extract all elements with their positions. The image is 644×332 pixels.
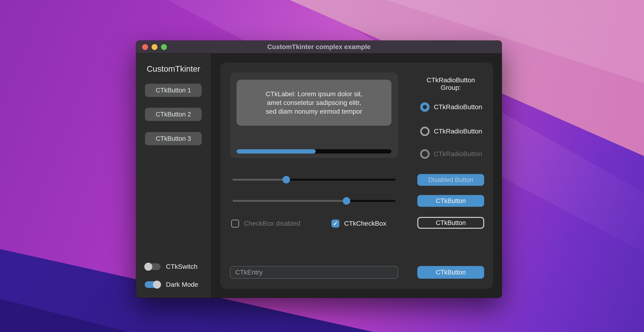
- inner-frame: CTkLabel: Lorem ipsum dolor sit, amet co…: [230, 72, 398, 158]
- checkbox[interactable]: ✓: [332, 220, 340, 228]
- checkbox-label: CTkCheckBox: [344, 220, 386, 227]
- entry-input[interactable]: [230, 266, 398, 279]
- sidebar-button-1[interactable]: CTkButton 1: [145, 84, 202, 97]
- ctk-button-outline[interactable]: CTkButton: [417, 217, 484, 229]
- titlebar: CustomTkinter complex example: [136, 41, 502, 54]
- checkbox-row: ✓ CTkCheckBox: [332, 218, 386, 229]
- traffic-lights: [142, 41, 167, 54]
- checkbox-label: CheckBox disabled: [244, 220, 300, 227]
- ctk-button[interactable]: CTkButton: [417, 195, 484, 207]
- slider-track[interactable]: [232, 179, 396, 181]
- sidebar: CustomTkinter CTkButton 1 CTkButton 2 CT…: [136, 54, 211, 298]
- window-body: CustomTkinter CTkButton 1 CTkButton 2 CT…: [136, 54, 502, 298]
- slider[interactable]: [232, 197, 396, 205]
- window-title: CustomTkinter complex example: [268, 43, 371, 51]
- ctk-button[interactable]: CTkButton: [417, 266, 484, 279]
- close-button[interactable]: [142, 44, 148, 50]
- ctk-label: CTkLabel: Lorem ipsum dolor sit, amet co…: [236, 80, 392, 126]
- desktop-wallpaper: CustomTkinter complex example CustomTkin…: [0, 0, 644, 332]
- main-frame: CTkLabel: Lorem ipsum dolor sit, amet co…: [220, 63, 493, 289]
- switch-knob[interactable]: [144, 263, 152, 271]
- zoom-button[interactable]: [161, 44, 167, 50]
- radio-label: CTkRadioButton: [434, 127, 482, 135]
- radio-button[interactable]: [420, 102, 430, 112]
- radio-button-disabled: [420, 149, 430, 159]
- progress-bar: [236, 149, 392, 153]
- app-window: CustomTkinter complex example CustomTkin…: [136, 41, 502, 298]
- sidebar-button-2[interactable]: CTkButton 2: [145, 108, 202, 121]
- slider-track[interactable]: [232, 200, 396, 202]
- progress-fill: [236, 149, 316, 153]
- radio-label: CTkRadioButton: [434, 150, 482, 158]
- sidebar-button-3[interactable]: CTkButton 3: [145, 132, 202, 145]
- radio-button[interactable]: [420, 127, 430, 136]
- dark-mode-switch-label: Dark Mode: [166, 281, 198, 289]
- disabled-button: Disabled Button: [417, 174, 484, 186]
- radio-row: CTkRadioButton: [420, 149, 482, 159]
- checkmark-icon: ✓: [333, 221, 338, 227]
- slider[interactable]: [232, 176, 396, 184]
- radio-label: CTkRadioButton: [434, 103, 482, 111]
- sidebar-title: CustomTkinter: [136, 64, 211, 74]
- switch[interactable]: [145, 281, 160, 288]
- radio-group-label: CTkRadioButton Group:: [417, 76, 484, 91]
- slider-knob[interactable]: [343, 197, 350, 205]
- checkbox-row: ✓ CheckBox disabled: [231, 218, 300, 229]
- switch-knob[interactable]: [153, 281, 161, 289]
- minimize-button[interactable]: [152, 44, 158, 50]
- switch[interactable]: [145, 263, 160, 270]
- radio-row: CTkRadioButton: [420, 102, 482, 112]
- checkbox-disabled: ✓: [231, 220, 239, 228]
- radio-row: CTkRadioButton: [420, 127, 482, 136]
- slider-knob[interactable]: [282, 176, 290, 184]
- switch-label: CTkSwitch: [166, 263, 198, 271]
